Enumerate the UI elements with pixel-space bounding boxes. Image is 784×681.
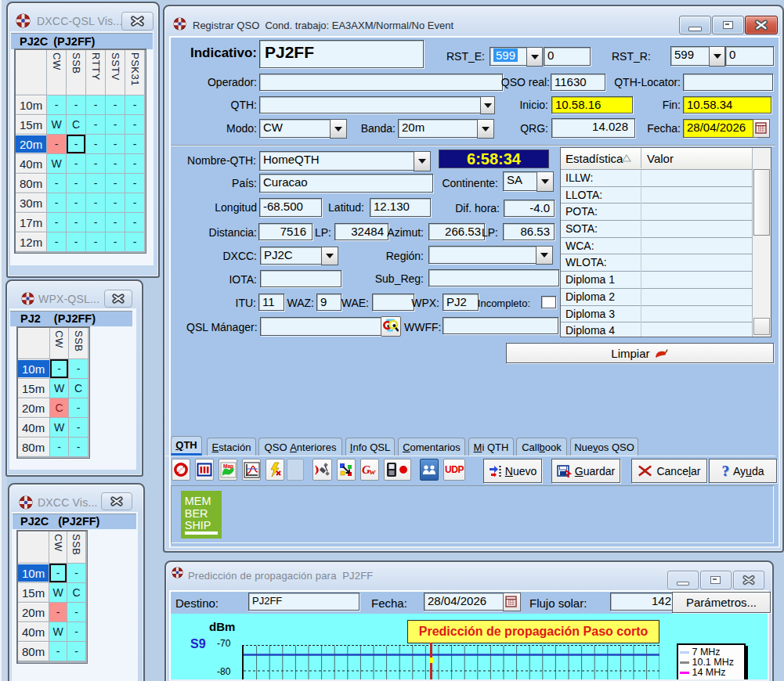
svg-text:Map: Map xyxy=(223,463,233,470)
svg-text:w: w xyxy=(370,467,376,476)
